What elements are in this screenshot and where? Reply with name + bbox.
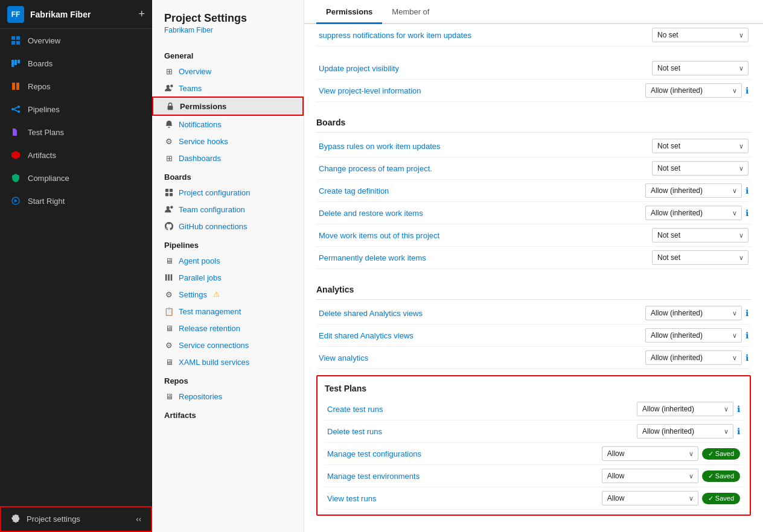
sidebar-item-compliance[interactable]: Compliance [0,166,152,189]
sidebar-item-boards[interactable]: Boards [0,52,152,75]
perm-label: Create tag definition [319,186,639,195]
perm-row-delete-analytics: Delete shared Analytics views Allow (inh… [316,302,751,325]
svg-rect-1 [16,36,20,40]
boards-section-title: Boards [316,113,751,133]
svg-line-10 [14,107,18,109]
suppress-notifications-row: suppress notifications for work item upd… [316,24,751,46]
hook-icon: ⚙ [164,136,174,146]
artifacts-icon [10,149,22,161]
menu-item-notifications[interactable]: Notifications [152,116,304,133]
menu-item-test-mgmt[interactable]: 📋 Test management [152,303,304,320]
sidebar-item-startright[interactable]: Start Right [0,189,152,212]
menu-item-label: Settings [179,290,207,299]
saved-badge: ✓ Saved [702,493,740,504]
svg-rect-5 [14,60,17,65]
perm-select[interactable]: Allow (inherited)Not setAllowDeny [637,424,733,439]
project-settings-label: Project settings [27,515,80,524]
perm-label: View analytics [319,353,639,363]
perm-select[interactable]: AllowNot setAllow (inherited)Deny [602,491,698,505]
perm-row-view-test-runs: View test runs AllowNot setAllow (inheri… [325,487,742,510]
sidebar-item-label: Pipelines [28,105,60,114]
sidebar-item-label: Boards [28,59,53,68]
menu-item-settings[interactable]: ⚙ Settings ⚠ [152,286,304,303]
perm-select[interactable]: Not setAllowAllow (inherited)Deny [652,250,749,265]
menu-item-label: Parallel jobs [179,273,222,282]
sidebar-item-overview[interactable]: Overview [0,29,152,52]
perm-row-create-test-runs: Create test runs Allow (inherited)Not se… [325,398,742,420]
perm-select[interactable]: Allow (inherited)Not setAllowDeny [645,328,742,343]
svg-rect-3 [16,41,20,45]
suppress-select[interactable]: No set Not set Allow Allow (inherited) [652,28,749,42]
info-icon[interactable]: ℹ [745,308,749,318]
saved-badge: ✓ Saved [702,470,740,482]
perm-select[interactable]: Allow (inherited)Not setAllowDeny [645,206,742,220]
perm-select[interactable]: AllowNot setAllow (inherited)Deny [602,446,698,461]
menu-item-release-retention[interactable]: 🖥 Release retention [152,320,304,337]
menu-item-label: Repositories [179,392,222,401]
perm-label: Change process of team project. [319,164,646,173]
sidebar-item-label: Repos [28,82,51,91]
tab-permissions[interactable]: Permissions [316,0,382,24]
info-icon[interactable]: ℹ [737,404,740,414]
svc-conn-icon: ⚙ [164,340,174,350]
perm-select-view-project[interactable]: Allow (inherited) Not set Allow Deny [645,83,742,98]
info-icon[interactable]: ℹ [737,426,740,436]
menu-item-teams[interactable]: Teams [152,80,304,97]
agent-icon: 🖥 [164,256,174,265]
perm-select-update-visibility[interactable]: Not set Allow Allow (inherited) Deny [652,61,749,75]
middle-panel: Project Settings Fabrikam Fiber General … [152,0,304,532]
menu-item-service-conn[interactable]: ⚙ Service connections [152,337,304,353]
sidebar-item-artifacts[interactable]: Artifacts [0,144,152,166]
perm-select[interactable]: AllowNot setAllow (inherited)Deny [602,469,698,483]
svg-rect-22 [165,274,167,281]
menu-item-label: Dashboards [179,154,221,163]
info-icon[interactable]: ℹ [745,86,749,95]
parallel-icon [164,273,174,282]
perm-select[interactable]: Not setAllowAllow (inherited)Deny [652,161,749,176]
boards-icon [10,57,22,69]
perm-row-perm-delete: Permanently delete work items Not setAll… [316,247,751,269]
perm-row-manage-test-config: Manage test configurations AllowNot setA… [325,443,742,465]
sidebar-item-testplans[interactable]: Test Plans [0,121,152,144]
perm-select[interactable]: Not setAllowAllow (inherited)Deny [652,228,749,242]
info-icon[interactable]: ℹ [745,331,749,340]
menu-item-repositories[interactable]: 🖥 Repositories [152,388,304,405]
saved-badge: ✓ Saved [702,448,740,460]
test-mgmt-icon: 📋 [164,306,174,316]
grid-icon: ⊞ [164,66,174,76]
menu-item-project-config[interactable]: Project configuration [152,184,304,201]
menu-item-overview[interactable]: ⊞ Overview [152,63,304,80]
perm-row-view-project: View project-level information Allow (in… [316,80,751,102]
menu-item-agent-pools[interactable]: 🖥 Agent pools [152,252,304,269]
menu-item-github-conn[interactable]: GitHub connections [152,218,304,235]
sidebar-item-repos[interactable]: Repos [0,75,152,98]
add-org-button[interactable]: + [138,8,145,21]
svg-rect-15 [168,106,173,110]
tab-memberof[interactable]: Member of [382,0,439,24]
project-settings-footer[interactable]: Project settings ‹‹ [0,506,152,532]
info-icon[interactable]: ℹ [745,353,749,363]
perm-select[interactable]: Allow (inherited)Not setAllowDeny [645,350,742,365]
perm-select[interactable]: Allow (inherited)Not setAllowDeny [645,306,742,320]
perm-row-delete-restore: Delete and restore work items Allow (inh… [316,202,751,224]
menu-item-dashboards[interactable]: ⊞ Dashboards [152,150,304,166]
menu-item-service-hooks[interactable]: ⚙ Service hooks [152,133,304,150]
perm-select[interactable]: Allow (inherited)Not setAllowDeny [637,402,733,416]
info-icon[interactable]: ℹ [745,208,749,218]
menu-item-team-config[interactable]: Team configuration [152,201,304,218]
info-icon[interactable]: ℹ [745,186,749,195]
settings-title: Project Settings [164,12,292,25]
section-artifacts-label: Artifacts [152,405,304,422]
perm-select[interactable]: Not setAllowAllow (inherited)Deny [652,139,749,153]
sidebar-item-pipelines[interactable]: Pipelines [0,98,152,121]
perm-select[interactable]: Allow (inherited)Not setAllowDeny [645,183,742,198]
menu-item-parallel-jobs[interactable]: Parallel jobs [152,269,304,286]
menu-item-permissions[interactable]: Permissions [152,97,304,116]
menu-item-xaml-build[interactable]: 🖥 XAML build services [152,353,304,370]
collapse-icon[interactable]: ‹‹ [136,515,141,524]
sidebar-item-label: Start Right [28,197,65,206]
svg-point-14 [170,84,173,87]
startright-icon [10,195,22,207]
svg-point-9 [18,110,20,113]
svg-rect-4 [11,60,14,67]
